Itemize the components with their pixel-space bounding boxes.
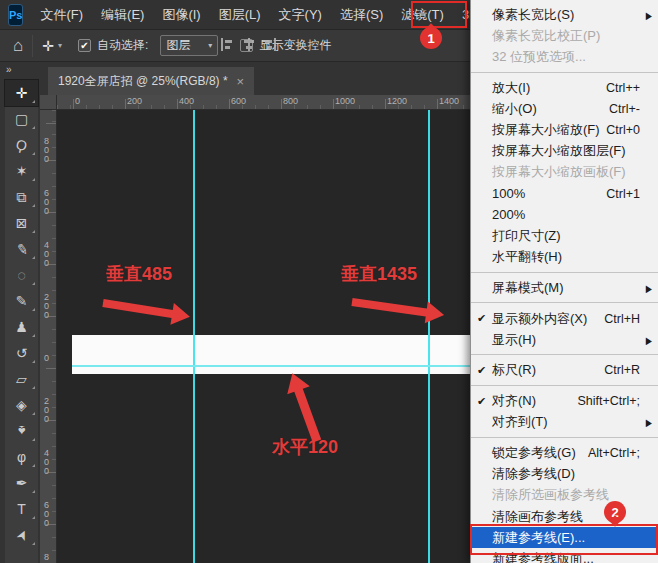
view-menu-item[interactable]: 200% (471, 204, 658, 225)
document-tab[interactable]: 1920全屏店招 @ 25%(RGB/8) * × (48, 67, 254, 95)
menu-item-shortcut: Ctrl+1 (606, 187, 652, 201)
h-ruler-label: 600 (231, 96, 246, 106)
v-ruler-label: 6 0 0 (40, 501, 53, 528)
view-menu-dropdown: 像素长宽比(S)▶像素长宽比校正(P)32 位预览选项...放大(I)Ctrl+… (470, 0, 658, 563)
eraser-tool-icon: ▱ (16, 371, 27, 387)
menu-item-shortcut: Ctrl+R (604, 363, 652, 377)
brush-tool-icon: ✎ (16, 293, 28, 309)
view-menu-item[interactable]: 100%Ctrl+1 (471, 183, 658, 204)
photoshop-window: { "colors": { "annotation_red": "#e23b3a… (0, 0, 658, 563)
menu-item-label: 清除画布参考线 (492, 508, 583, 526)
vertical-ruler[interactable]: 8 0 06 0 04 0 02 0 002 0 04 0 06 0 08 0 … (40, 110, 57, 563)
lasso-tool[interactable]: Ϙ (5, 132, 38, 158)
clone-stamp-tool-icon: ♟ (15, 319, 28, 335)
move-tool[interactable]: ✛ (5, 80, 38, 106)
view-menu-item[interactable]: 像素长宽比(S)▶ (471, 4, 658, 25)
eraser-tool[interactable]: ▱ (5, 366, 38, 392)
submenu-arrow-icon: ▶ (646, 9, 652, 20)
view-menu-item[interactable]: 对齐到(T)▶ (471, 412, 658, 433)
align-buttons (219, 37, 278, 52)
menubar-item[interactable]: 选择(S) (331, 1, 392, 29)
menu-item-label: 放大(I) (492, 79, 530, 97)
marquee-tool[interactable]: ▢ (5, 106, 38, 132)
menu-item-shortcut: Ctrl++ (606, 81, 652, 95)
menubar-item[interactable]: 文字(Y) (270, 1, 331, 29)
view-menu-item[interactable]: 屏幕模式(M)▶ (471, 277, 658, 298)
type-tool[interactable]: T (5, 496, 38, 522)
view-menu-item[interactable]: ✔标尺(R)Ctrl+R (471, 360, 658, 381)
close-tab-icon[interactable]: × (237, 74, 245, 89)
menu-item-label: 屏幕模式(M) (492, 279, 564, 297)
view-menu-item[interactable]: 清除画布参考线 (471, 506, 658, 527)
h-ruler-label: 1400 (439, 96, 459, 106)
menubar-item[interactable]: 编辑(E) (92, 1, 153, 29)
view-menu-item[interactable]: ✔显示额外内容(X)Ctrl+H (471, 308, 658, 329)
healing-brush-tool[interactable]: ◌ (5, 262, 38, 288)
checkmark-icon: ✔ (471, 364, 492, 377)
clone-stamp-tool[interactable]: ♟ (5, 314, 38, 340)
view-menu-item[interactable]: 打印尺寸(Z) (471, 225, 658, 246)
marquee-tool-icon: ▢ (15, 111, 28, 127)
path-select-tool[interactable]: ➤ (5, 522, 38, 548)
move-tool-icon[interactable]: ✛ (42, 38, 54, 54)
view-menu-item[interactable]: 锁定参考线(G)Alt+Ctrl+; (471, 442, 658, 463)
paint-bucket-tool[interactable]: ◈ (5, 392, 38, 418)
align-right-edges-icon[interactable] (263, 37, 278, 52)
menubar-item[interactable]: 图层(L) (210, 1, 270, 29)
menu-item-label: 锁定参考线(G) (492, 444, 576, 462)
view-menu-item[interactable]: 新建参考线(E)... (471, 527, 658, 548)
dodge-tool[interactable]: φ (5, 444, 38, 470)
menubar: Ps 文件(F)编辑(E)图像(I)图层(L)文字(Y)选择(S)滤镜(T)3D… (0, 0, 470, 30)
v-ruler-label: 0 (40, 354, 53, 363)
dropdown-value: 图层 (166, 37, 190, 54)
h-ruler-label: 1000 (335, 96, 355, 106)
view-menu-item[interactable]: 缩小(O)Ctrl+- (471, 98, 658, 119)
history-brush-tool[interactable]: ↺ (5, 340, 38, 366)
menu-item-label: 200% (492, 207, 525, 222)
photoshop-logo: Ps (8, 4, 23, 26)
frame-tool[interactable]: ⊠ (5, 210, 38, 236)
view-menu-item: 按屏幕大小缩放画板(F) (471, 162, 658, 183)
eyedropper-tool[interactable]: ✐ (5, 236, 38, 262)
menubar-item[interactable]: 图像(I) (153, 1, 209, 29)
view-menu-item[interactable]: 按屏幕大小缩放(F)Ctrl+0 (471, 119, 658, 140)
view-menu-item[interactable]: 按屏幕大小缩放图层(F) (471, 141, 658, 162)
menubar-item[interactable]: 滤镜(T) (392, 1, 453, 29)
v-ruler-label: 6 0 0 (40, 189, 53, 216)
view-menu-item[interactable]: 新建参考线版面... (471, 548, 658, 563)
menu-item-label: 对齐(N) (492, 392, 536, 410)
menu-item-label: 新建参考线(E)... (492, 529, 585, 547)
blur-tool[interactable]: ♠ (5, 418, 38, 444)
step-2-badge: 2 (604, 501, 626, 523)
view-menu-item: 清除所选画板参考线 (471, 485, 658, 506)
auto-select-checkbox[interactable]: ✔ (78, 39, 91, 52)
home-icon[interactable]: ⌂ (13, 36, 23, 56)
menu-item-shortcut: Ctrl+- (609, 102, 652, 116)
tool-preset-chevron-icon[interactable]: ▾ (58, 41, 62, 50)
view-menu-item[interactable]: 放大(I)Ctrl++ (471, 77, 658, 98)
brush-tool[interactable]: ✎ (5, 288, 38, 314)
pen-tool[interactable]: ✒ (5, 470, 38, 496)
menu-item-label: 32 位预览选项... (492, 48, 586, 66)
align-horizontal-centers-icon[interactable] (241, 37, 256, 52)
menu-item-shortcut: Alt+Ctrl+; (588, 446, 652, 460)
auto-select-target-dropdown[interactable]: 图层 ▾ (160, 35, 218, 56)
view-menu-item[interactable]: ✔对齐(N)Shift+Ctrl+; (471, 391, 658, 412)
annotation-vertical-1435: 垂直1435 (341, 262, 417, 286)
menubar-item[interactable]: 文件(F) (31, 1, 92, 29)
menu-separator (471, 350, 658, 360)
h-ruler-label: 400 (179, 96, 194, 106)
magic-wand-tool-icon: ✶ (16, 163, 28, 179)
magic-wand-tool[interactable]: ✶ (5, 158, 38, 184)
view-menu-item: 像素长宽比校正(P) (471, 25, 658, 46)
checkmark-icon: ✔ (471, 312, 492, 325)
view-menu-item[interactable]: 清除参考线(D) (471, 464, 658, 485)
view-menu-item[interactable]: 显示(H)▶ (471, 329, 658, 350)
collapse-panel-icon[interactable]: » (6, 64, 13, 75)
align-left-edges-icon[interactable] (219, 37, 234, 52)
menu-item-label: 清除参考线(D) (492, 465, 575, 483)
menu-separator (471, 68, 658, 78)
document-title: 1920全屏店招 @ 25%(RGB/8) * (58, 73, 228, 90)
view-menu-item[interactable]: 水平翻转(H) (471, 247, 658, 268)
crop-tool[interactable]: ⧉ (5, 184, 38, 210)
